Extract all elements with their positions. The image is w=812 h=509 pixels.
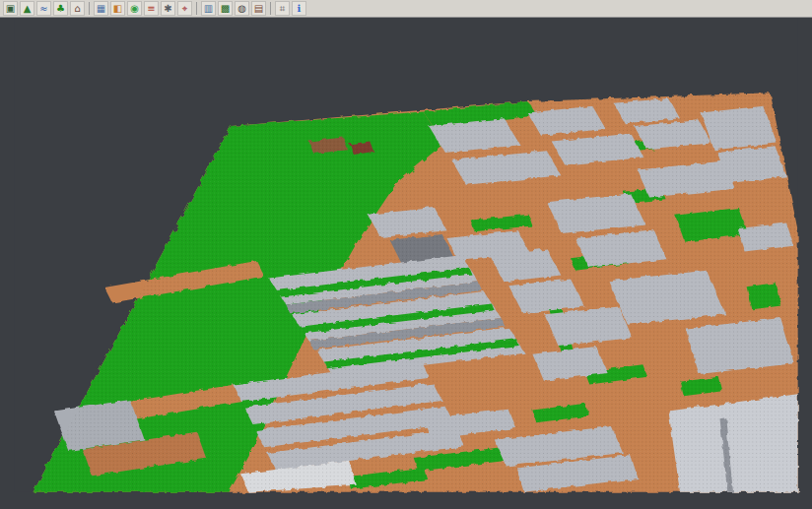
classification-icon[interactable]: ◉ <box>127 1 142 16</box>
globe-view-icon[interactable]: ◍ <box>235 1 249 16</box>
layers-stack-icon[interactable]: ▩ <box>218 1 233 16</box>
info-icon[interactable]: ℹ <box>292 1 306 16</box>
terrain-layer-icon[interactable]: ▲ <box>20 1 34 16</box>
measure-tool-icon[interactable]: ⌗ <box>275 1 290 16</box>
toolbar: ▣▲≈♣⌂▦◧◉≡✱⌖▥▩◍▤⌗ℹ <box>0 0 812 18</box>
viewport-3d[interactable] <box>0 18 812 509</box>
buildings-layer-icon[interactable]: ⌂ <box>70 1 85 16</box>
contours-icon[interactable]: ≡ <box>144 1 159 16</box>
settings-gear-icon[interactable]: ✱ <box>161 1 175 16</box>
application-window: ▣▲≈♣⌂▦◧◉≡✱⌖▥▩◍▤⌗ℹ <box>0 0 812 509</box>
point-cloud-scene <box>0 18 812 509</box>
toolbar-separator <box>196 2 197 15</box>
grid-view-icon[interactable]: ▦ <box>94 1 108 16</box>
toolbar-separator <box>270 2 271 15</box>
open-project-icon[interactable]: ▣ <box>3 1 18 16</box>
screenshot-icon[interactable]: ▤ <box>251 1 266 16</box>
water-layer-icon[interactable]: ≈ <box>36 1 51 16</box>
toolbar-separator <box>89 2 90 15</box>
crosshair-icon[interactable]: ⌖ <box>177 1 192 16</box>
color-palette-icon[interactable]: ◧ <box>110 1 125 16</box>
histogram-icon[interactable]: ▥ <box>201 1 216 16</box>
vegetation-layer-icon[interactable]: ♣ <box>53 1 68 16</box>
